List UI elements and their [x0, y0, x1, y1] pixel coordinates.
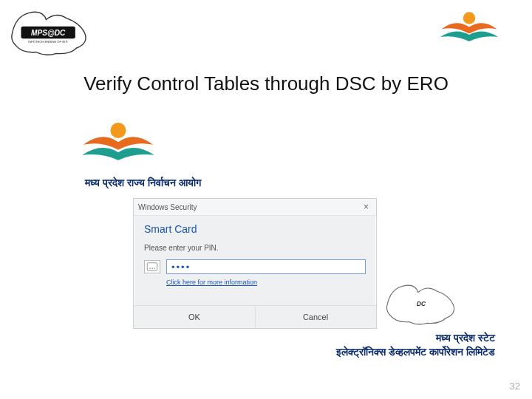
svg-rect-5 — [147, 263, 157, 271]
page-title: Verify Control Tables through DSC by ERO — [0, 72, 532, 95]
cancel-button[interactable]: Cancel — [255, 306, 376, 328]
mpsedc-hindi-line1: मध्य प्रदेश स्टेट — [251, 331, 495, 345]
sec-hindi-label: मध्य प्रदेश राज्य निर्वाचन आयोग — [85, 177, 532, 189]
smartcard-icon — [144, 260, 160, 273]
svg-point-4 — [111, 123, 126, 138]
mpsedc-logo-right-icon: DC — [384, 279, 458, 327]
svg-text:INFOTECH ENGINE OF M.P.: INFOTECH ENGINE OF M.P. — [28, 40, 68, 44]
sec-logo-icon — [429, 6, 510, 50]
mpsedc-hindi-line2: इलेक्ट्रॉनिक्स डेव्हलपमेंट कार्पोरेशन लि… — [251, 345, 495, 359]
header: MPS@DC INFOTECH ENGINE OF M.P. — [0, 0, 532, 58]
ok-button[interactable]: OK — [134, 306, 255, 328]
svg-point-6 — [149, 268, 151, 270]
dialog-titlebar-text: Windows Security — [138, 203, 197, 211]
pin-input[interactable]: •••• — [166, 259, 366, 274]
mpsedc-hindi-block: मध्य प्रदेश स्टेट इलेक्ट्रॉनिक्स डेव्हलप… — [251, 331, 495, 359]
close-icon[interactable]: × — [361, 202, 372, 212]
svg-point-8 — [154, 268, 155, 270]
dialog-prompt: Please enter your PIN. — [144, 244, 366, 252]
pin-row: •••• — [144, 259, 366, 274]
mpsedc-logo-icon: MPS@DC INFOTECH ENGINE OF M.P. — [9, 6, 90, 58]
sec-logo-mid-icon — [70, 117, 166, 169]
windows-security-dialog: Windows Security × Smart Card Please ent… — [133, 198, 377, 329]
sec-branding-block: मध्य प्रदेश राज्य निर्वाचन आयोग — [70, 117, 532, 189]
svg-text:DC: DC — [417, 300, 426, 307]
dialog-body: Smart Card Please enter your PIN. •••• C… — [134, 216, 376, 296]
dialog-heading: Smart Card — [144, 223, 366, 235]
more-info-link[interactable]: Click here for more information — [166, 279, 366, 286]
svg-point-7 — [151, 268, 153, 270]
slide-number: 32 — [510, 381, 520, 392]
svg-text:MPS@DC: MPS@DC — [31, 29, 66, 37]
dialog-titlebar: Windows Security × — [134, 199, 376, 216]
svg-point-3 — [463, 12, 476, 24]
dialog-button-row: OK Cancel — [134, 305, 376, 328]
